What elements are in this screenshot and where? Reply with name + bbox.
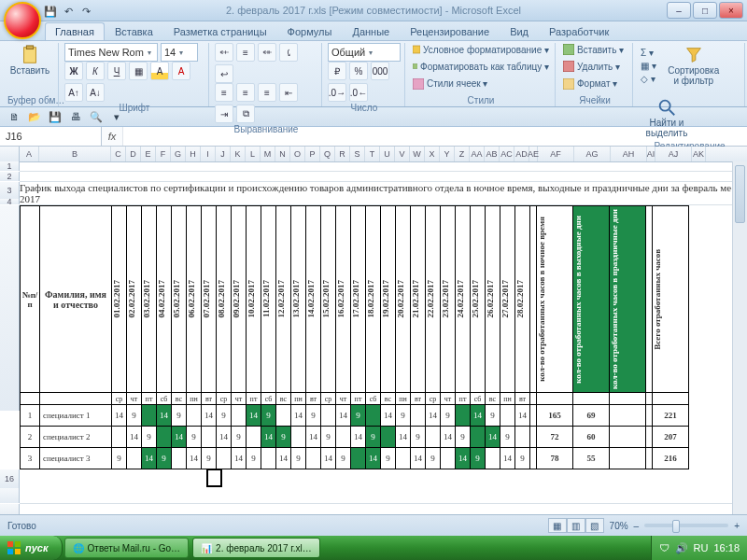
bold-button[interactable]: Ж <box>64 62 83 80</box>
column-header[interactable]: AE <box>529 147 538 161</box>
taskbar-task[interactable]: 🌐Ответы Mail.ru - Go… <box>64 538 190 558</box>
decrease-indent-button[interactable]: ⇤ <box>279 83 298 102</box>
vertical-scrollbar[interactable] <box>732 161 747 520</box>
align-right-button[interactable]: ≡ <box>258 83 276 102</box>
office-button[interactable] <box>4 2 41 39</box>
column-header[interactable]: AI <box>647 147 655 161</box>
column-header[interactable]: Q <box>320 147 335 161</box>
column-header[interactable]: Z <box>455 147 470 161</box>
increase-decimal-button[interactable]: .0→ <box>328 83 346 102</box>
column-header[interactable]: C <box>111 147 126 161</box>
ribbon-tab[interactable]: Вид <box>500 22 539 40</box>
system-tray[interactable]: 🛡 🔊 RU 16:18 <box>651 536 747 560</box>
shrink-font-button[interactable]: A↓ <box>86 83 105 102</box>
border-button[interactable]: ▦ <box>129 62 148 80</box>
insert-cells-button[interactable]: Вставить ▾ <box>561 43 628 56</box>
cell-styles-button[interactable]: Стили ячеек ▾ <box>411 77 551 91</box>
fill-button[interactable]: ▦ ▾ <box>639 60 658 72</box>
column-header[interactable]: AB <box>485 147 500 161</box>
column-header[interactable]: N <box>275 147 290 161</box>
column-header[interactable]: AF <box>538 147 574 161</box>
ribbon-tab[interactable]: Рецензирование <box>400 22 500 40</box>
ribbon-tab[interactable]: Формулы <box>277 22 343 40</box>
column-header[interactable]: B <box>39 147 111 161</box>
view-layout-button[interactable]: ▥ <box>567 518 585 533</box>
column-header[interactable]: A <box>20 147 39 161</box>
new-icon[interactable]: 🗎 <box>6 109 22 124</box>
merge-button[interactable]: ⧉ <box>236 105 255 123</box>
percent-button[interactable]: % <box>349 62 368 80</box>
column-header[interactable]: U <box>380 147 395 161</box>
column-header[interactable]: H <box>186 147 201 161</box>
align-top-button[interactable]: ⬴ <box>215 43 233 62</box>
ribbon-tab[interactable]: Разметка страницы <box>163 22 277 40</box>
active-cell[interactable] <box>207 469 221 486</box>
column-header[interactable]: V <box>395 147 410 161</box>
taskbar-task[interactable]: 📊2. февраль 2017 г.xl… <box>192 538 320 558</box>
name-box[interactable]: J16 <box>0 127 102 146</box>
zoom-in-button[interactable]: + <box>734 521 740 531</box>
paste-button[interactable]: Вставить <box>7 43 52 78</box>
language-indicator[interactable]: RU <box>694 542 709 553</box>
column-header[interactable]: AJ <box>655 147 692 161</box>
italic-button[interactable]: К <box>86 62 105 80</box>
view-pagebreak-button[interactable]: ▧ <box>585 518 604 533</box>
underline-button[interactable]: Ч <box>107 62 126 80</box>
clear-button[interactable]: ◇ ▾ <box>639 73 658 85</box>
zoom-slider[interactable] <box>644 524 728 527</box>
view-normal-button[interactable]: ▦ <box>548 518 567 533</box>
column-header[interactable]: AC <box>500 147 514 161</box>
font-name-combo[interactable]: Times New Rom▾ <box>64 43 158 62</box>
column-header[interactable]: W <box>410 147 425 161</box>
minimize-button[interactable]: – <box>667 2 691 19</box>
save-icon[interactable]: 💾 <box>43 4 58 19</box>
row-header[interactable] <box>0 205 20 411</box>
column-header[interactable]: M <box>261 147 275 161</box>
align-middle-button[interactable]: ≡ <box>236 43 255 62</box>
comma-button[interactable]: 000 <box>371 62 389 80</box>
column-header[interactable]: R <box>335 147 350 161</box>
row-header[interactable]: 4 <box>0 199 20 204</box>
wrap-text-button[interactable]: ↩ <box>215 64 233 83</box>
column-header[interactable]: G <box>171 147 186 161</box>
maximize-button[interactable]: □ <box>693 2 717 19</box>
column-headers[interactable]: ABCDEFGHIJKLMNOPQRSTUVWXYZAAABACADAEAFAG… <box>0 147 747 162</box>
open-icon[interactable]: 📂 <box>26 109 43 124</box>
zoom-out-button[interactable]: – <box>634 521 640 531</box>
column-header[interactable]: O <box>290 147 305 161</box>
column-header[interactable]: X <box>425 147 440 161</box>
decrease-decimal-button[interactable]: .0← <box>349 83 368 102</box>
redo-icon[interactable]: ↷ <box>78 4 93 19</box>
font-color-button[interactable]: A <box>172 62 190 80</box>
scroll-thumb[interactable] <box>735 165 745 223</box>
ribbon-tab[interactable]: Главная <box>45 22 105 40</box>
align-bottom-button[interactable]: ⬵ <box>258 43 276 62</box>
fill-color-button[interactable]: A <box>150 62 169 80</box>
grow-font-button[interactable]: A↑ <box>64 83 83 102</box>
tray-icon[interactable]: 🛡 <box>659 542 669 553</box>
ribbon-tab[interactable]: Вставка <box>105 22 163 40</box>
column-header[interactable]: AH <box>611 147 647 161</box>
format-as-table-button[interactable]: Форматировать как таблицу ▾ <box>411 60 551 73</box>
conditional-formatting-button[interactable]: Условное форматирование ▾ <box>411 43 551 56</box>
fx-icon[interactable]: fx <box>102 127 123 146</box>
find-select-button[interactable]: Найти и выделить <box>639 95 695 140</box>
orientation-button[interactable]: ⤹ <box>279 43 298 62</box>
column-header[interactable]: D <box>126 147 141 161</box>
align-center-button[interactable]: ≡ <box>236 83 255 102</box>
column-header[interactable]: J <box>216 147 231 161</box>
autosum-button[interactable]: Σ ▾ <box>639 47 658 59</box>
column-header[interactable]: S <box>350 147 365 161</box>
tray-icon[interactable]: 🔊 <box>675 542 688 554</box>
ribbon-tab[interactable]: Разработчик <box>539 22 619 40</box>
clock[interactable]: 16:18 <box>713 542 740 553</box>
row-header[interactable]: 16 <box>0 469 20 488</box>
format-cells-button[interactable]: Формат ▾ <box>561 77 628 91</box>
align-left-button[interactable]: ≡ <box>215 83 233 102</box>
undo-icon[interactable]: ↶ <box>61 4 76 19</box>
row-header[interactable]: 2 <box>0 172 20 181</box>
column-header[interactable]: K <box>231 147 246 161</box>
close-button[interactable]: × <box>719 2 743 19</box>
worksheet-area[interactable]: ABCDEFGHIJKLMNOPQRSTUVWXYZAAABACADAEAFAG… <box>0 147 747 520</box>
select-all-corner[interactable] <box>0 147 20 161</box>
